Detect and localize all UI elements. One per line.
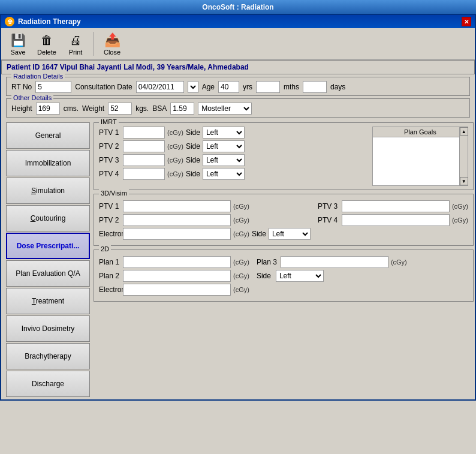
three-d-ptv1-input[interactable] [123,200,231,212]
sidebar-item-general[interactable]: General [6,122,90,149]
two-d-side-label: Side [257,272,271,280]
patient-info-bar: Patient ID 1647 Vipul Bhai Jayanti Lal M… [1,60,475,74]
main-content: General Immobilization Simulation Coutou… [1,120,475,399]
imrt-ptv4-side-select[interactable]: LeftRightBoth [203,168,245,180]
kgs-label: kgs. [135,104,149,113]
sidebar-item-immobilization-label: Immobilization [25,159,71,167]
delete-label: Delete [37,49,56,56]
three-d-ptv2-cgy: (cGy) [233,217,249,224]
other-details-row: Height cms. Weight kgs. BSA Mosteller Du… [11,101,465,115]
imrt-ptv2-input[interactable] [123,140,165,152]
sidebar-item-brachytherapy[interactable]: Brachytherapy [6,343,90,369]
height-label: Height [11,104,32,113]
delete-icon: 🗑 [37,32,56,49]
sidebar-item-brachytherapy-label: Brachytherapy [25,352,71,360]
three-d-left: PTV 1 (cGy) PTV 2 (cGy) Electron [99,200,311,242]
height-input[interactable] [36,103,60,115]
two-d-plan3-input[interactable] [281,256,388,268]
imrt-ptv3-input[interactable] [123,154,165,166]
two-d-side-select[interactable]: LeftRightBoth [276,270,324,282]
age-input[interactable] [218,81,239,93]
three-d-electron-side-select[interactable]: LeftRightBoth [269,228,311,240]
consultation-date-dropdown[interactable] [188,81,198,93]
three-d-ptv4-input[interactable] [342,214,450,226]
imrt-ptv3-side-select[interactable]: LeftRightBoth [203,154,245,166]
scroll-up-button[interactable]: ▲ [460,127,468,136]
imrt-ptv2-cgy: (cGy) [167,143,183,150]
three-d-grid: PTV 1 (cGy) PTV 2 (cGy) Electron [99,200,468,242]
close-button[interactable]: 📤 Close [100,31,124,57]
two-d-electron-input[interactable] [123,284,231,296]
yrs-label: yrs [243,83,252,91]
print-button[interactable]: 🖨 Print [64,31,88,57]
two-d-plan2-input[interactable] [123,270,231,282]
bsa-method-select[interactable]: Mosteller DuBois [198,103,252,115]
sidebar-item-coutouring[interactable]: Coutouring [6,205,90,231]
three-d-electron-cgy: (cGy) [233,230,249,237]
mths-input[interactable] [256,81,280,93]
save-button[interactable]: 💾 Save [6,31,30,57]
bsa-input[interactable] [170,103,194,115]
two-d-side-row: Side LeftRightBoth [257,270,407,282]
three-d-ptv2-label: PTV 2 [99,216,120,224]
two-d-electron-cgy: (cGy) [233,286,249,293]
rt-no-input[interactable] [35,81,71,93]
other-details-label: Other Details [11,94,53,101]
scroll-down-button[interactable]: ▼ [460,177,468,185]
plan-goals-label: Plan Goals [373,127,468,137]
plan-goals-scrollbar[interactable]: ▲ ▼ [459,127,468,185]
three-d-electron-input[interactable] [123,228,231,240]
weight-label: Weight [82,104,104,113]
imrt-ptv1-row: PTV 1 (cGy) Side LeftRightBoth [99,127,367,139]
imrt-ptv1-side-select[interactable]: LeftRightBoth [203,127,245,139]
three-d-ptv1-row: PTV 1 (cGy) [99,200,311,212]
three-d-ptv1-label: PTV 1 [99,202,120,211]
sidebar-item-simulation-label: Simulation [31,187,65,195]
sidebar-item-treatment[interactable]: Treatment [6,288,90,314]
sidebar-item-treatment-label: Treatment [32,297,64,305]
imrt-ptv1-label: PTV 1 [99,128,120,137]
imrt-plan-goals: Plan Goals ▲ ▼ [372,127,468,186]
two-d-plan3-label: Plan 3 [257,258,278,266]
sidebar-item-invivo-dosimetry[interactable]: Invivo Dosimetry [6,315,90,342]
imrt-section: IMRT PTV 1 (cGy) Side LeftRightBoth [94,122,474,190]
save-label: Save [10,49,25,56]
three-d-ptv3-row: PTV 3 (cGy) [318,200,468,212]
weight-input[interactable] [108,103,132,115]
right-panel: IMRT PTV 1 (cGy) Side LeftRightBoth [94,122,474,397]
two-d-electron-label: Electron [99,285,120,294]
bsa-label: BSA [152,104,167,113]
imrt-ptv1-input[interactable] [123,127,165,139]
sidebar-item-invivo-dosimetry-label: Invivo Dosimetry [22,324,75,333]
two-d-plan2-row: Plan 2 (cGy) [99,270,249,282]
mths-label: mths [284,83,299,91]
cms-label: cms. [64,104,79,113]
delete-button[interactable]: 🗑 Delete [35,31,59,57]
sidebar-item-dose-label: Dose Prescripati... [17,242,80,250]
sidebar-item-dose-prescription[interactable]: Dose Prescripati... [6,233,90,259]
three-d-ptv3-cgy: (cGy) [452,203,468,210]
sidebar-item-plan-evaluation[interactable]: Plan Evaluation Q/A [6,260,90,287]
imrt-ptv4-input[interactable] [123,168,165,180]
three-d-electron-row: Electron (cGy) Side LeftRightBoth [99,228,311,240]
toolbar: 💾 Save 🗑 Delete 🖨 Print 📤 Close [1,28,475,60]
consultation-date-input[interactable] [136,81,184,93]
three-d-ptv3-input[interactable] [342,200,450,212]
days-input[interactable] [303,81,327,93]
window-title: Radiation Therapy [18,17,81,26]
app-title: OncoSoft : Radiation [202,3,273,11]
sidebar-item-discharge[interactable]: Discharge [6,371,90,397]
sidebar-item-simulation[interactable]: Simulation [6,178,90,204]
window-close-button[interactable]: ✕ [462,17,471,26]
imrt-ptv3-cgy: (cGy) [167,157,183,164]
imrt-ptv2-side-select[interactable]: LeftRightBoth [203,140,245,152]
print-label: Print [69,49,83,56]
two-d-plan1-input[interactable] [123,256,231,268]
imrt-ptv3-label: PTV 3 [99,156,120,164]
imrt-ptv3-row: PTV 3 (cGy) Side LeftRightBoth [99,154,367,166]
radiation-details-section: Radiation Details RT No Consultation Dat… [6,77,470,96]
close-icon: 📤 [103,32,122,49]
window-title-bar: ☢ Radiation Therapy ✕ [1,15,475,28]
sidebar-item-immobilization[interactable]: Immobilization [6,150,90,176]
three-d-ptv2-input[interactable] [123,214,231,226]
